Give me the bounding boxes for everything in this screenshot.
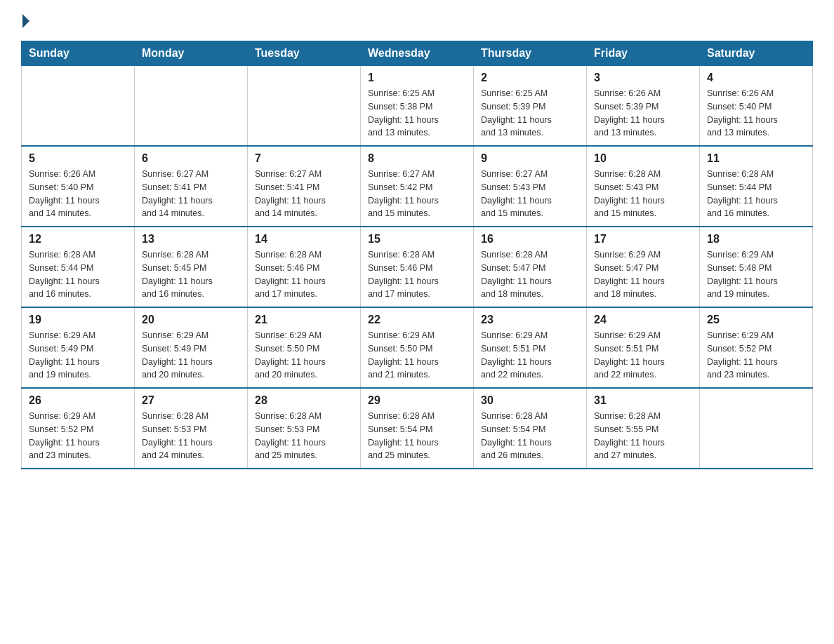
- calendar-cell: 14Sunrise: 6:28 AMSunset: 5:46 PMDayligh…: [248, 227, 361, 307]
- calendar-cell: 18Sunrise: 6:29 AMSunset: 5:48 PMDayligh…: [700, 227, 813, 307]
- day-number: 27: [142, 394, 240, 407]
- header-sunday: Sunday: [22, 41, 135, 66]
- calendar-cell: 19Sunrise: 6:29 AMSunset: 5:49 PMDayligh…: [22, 307, 135, 388]
- day-number: 25: [707, 314, 805, 326]
- calendar-week-row: 1Sunrise: 6:25 AMSunset: 5:38 PMDaylight…: [22, 66, 813, 147]
- header-wednesday: Wednesday: [361, 41, 474, 66]
- day-number: 4: [707, 72, 805, 84]
- day-info: Sunrise: 6:26 AMSunset: 5:39 PMDaylight:…: [594, 87, 692, 140]
- day-info: Sunrise: 6:28 AMSunset: 5:53 PMDaylight:…: [142, 410, 240, 462]
- calendar-cell: 15Sunrise: 6:28 AMSunset: 5:46 PMDayligh…: [361, 227, 474, 307]
- day-info: Sunrise: 6:29 AMSunset: 5:50 PMDaylight:…: [368, 329, 466, 382]
- day-info: Sunrise: 6:29 AMSunset: 5:51 PMDaylight:…: [481, 329, 579, 382]
- calendar-cell: 13Sunrise: 6:28 AMSunset: 5:45 PMDayligh…: [135, 227, 248, 307]
- day-number: 29: [368, 394, 466, 407]
- day-number: 13: [142, 233, 240, 246]
- day-info: Sunrise: 6:25 AMSunset: 5:39 PMDaylight:…: [481, 87, 579, 140]
- calendar-cell: 22Sunrise: 6:29 AMSunset: 5:50 PMDayligh…: [361, 307, 474, 388]
- calendar-cell: 26Sunrise: 6:29 AMSunset: 5:52 PMDayligh…: [22, 388, 135, 469]
- day-info: Sunrise: 6:25 AMSunset: 5:38 PMDaylight:…: [368, 87, 466, 140]
- calendar-week-row: 26Sunrise: 6:29 AMSunset: 5:52 PMDayligh…: [22, 388, 813, 469]
- day-number: 21: [255, 314, 353, 326]
- calendar-header-row: Sunday Monday Tuesday Wednesday Thursday…: [22, 41, 813, 66]
- day-number: 2: [481, 72, 579, 84]
- calendar-cell: 4Sunrise: 6:26 AMSunset: 5:40 PMDaylight…: [700, 66, 813, 147]
- day-number: 14: [255, 233, 353, 246]
- calendar-table: Sunday Monday Tuesday Wednesday Thursday…: [21, 41, 813, 469]
- header-monday: Monday: [135, 41, 248, 66]
- day-number: 5: [29, 152, 127, 165]
- day-info: Sunrise: 6:28 AMSunset: 5:44 PMDaylight:…: [29, 248, 127, 301]
- calendar-week-row: 5Sunrise: 6:26 AMSunset: 5:40 PMDaylight…: [22, 146, 813, 227]
- day-number: 16: [481, 233, 579, 246]
- day-number: 28: [255, 394, 353, 407]
- calendar-cell: 16Sunrise: 6:28 AMSunset: 5:47 PMDayligh…: [474, 227, 587, 307]
- day-number: 12: [29, 233, 127, 246]
- calendar-cell: 8Sunrise: 6:27 AMSunset: 5:42 PMDaylight…: [361, 146, 474, 227]
- calendar-cell: [22, 66, 135, 147]
- day-info: Sunrise: 6:29 AMSunset: 5:51 PMDaylight:…: [594, 329, 692, 382]
- day-info: Sunrise: 6:28 AMSunset: 5:47 PMDaylight:…: [481, 248, 579, 301]
- day-number: 22: [368, 314, 466, 326]
- logo: [21, 14, 31, 28]
- day-info: Sunrise: 6:28 AMSunset: 5:54 PMDaylight:…: [368, 410, 466, 462]
- calendar-cell: [700, 388, 813, 469]
- calendar-cell: 1Sunrise: 6:25 AMSunset: 5:38 PMDaylight…: [361, 66, 474, 147]
- header-thursday: Thursday: [474, 41, 587, 66]
- day-info: Sunrise: 6:28 AMSunset: 5:43 PMDaylight:…: [594, 168, 692, 220]
- day-info: Sunrise: 6:27 AMSunset: 5:42 PMDaylight:…: [368, 168, 466, 220]
- day-info: Sunrise: 6:29 AMSunset: 5:48 PMDaylight:…: [707, 248, 805, 301]
- day-number: 23: [481, 314, 579, 326]
- calendar-cell: 3Sunrise: 6:26 AMSunset: 5:39 PMDaylight…: [587, 66, 700, 147]
- day-number: 26: [29, 394, 127, 407]
- day-info: Sunrise: 6:28 AMSunset: 5:45 PMDaylight:…: [142, 248, 240, 301]
- calendar-cell: 21Sunrise: 6:29 AMSunset: 5:50 PMDayligh…: [248, 307, 361, 388]
- calendar-cell: [248, 66, 361, 147]
- day-number: 17: [594, 233, 692, 246]
- header-friday: Friday: [587, 41, 700, 66]
- day-info: Sunrise: 6:29 AMSunset: 5:52 PMDaylight:…: [707, 329, 805, 382]
- calendar-cell: 24Sunrise: 6:29 AMSunset: 5:51 PMDayligh…: [587, 307, 700, 388]
- logo-arrow-icon: [22, 14, 29, 28]
- header-tuesday: Tuesday: [248, 41, 361, 66]
- day-info: Sunrise: 6:26 AMSunset: 5:40 PMDaylight:…: [29, 168, 127, 220]
- day-info: Sunrise: 6:28 AMSunset: 5:44 PMDaylight:…: [707, 168, 805, 220]
- calendar-cell: 25Sunrise: 6:29 AMSunset: 5:52 PMDayligh…: [700, 307, 813, 388]
- day-info: Sunrise: 6:27 AMSunset: 5:41 PMDaylight:…: [255, 168, 353, 220]
- day-number: 8: [368, 152, 466, 165]
- day-info: Sunrise: 6:29 AMSunset: 5:47 PMDaylight:…: [594, 248, 692, 301]
- calendar-cell: 12Sunrise: 6:28 AMSunset: 5:44 PMDayligh…: [22, 227, 135, 307]
- calendar-cell: 9Sunrise: 6:27 AMSunset: 5:43 PMDaylight…: [474, 146, 587, 227]
- calendar-cell: 28Sunrise: 6:28 AMSunset: 5:53 PMDayligh…: [248, 388, 361, 469]
- day-info: Sunrise: 6:28 AMSunset: 5:46 PMDaylight:…: [255, 248, 353, 301]
- calendar-cell: 2Sunrise: 6:25 AMSunset: 5:39 PMDaylight…: [474, 66, 587, 147]
- day-number: 31: [594, 394, 692, 407]
- day-number: 9: [481, 152, 579, 165]
- calendar-week-row: 12Sunrise: 6:28 AMSunset: 5:44 PMDayligh…: [22, 227, 813, 307]
- day-info: Sunrise: 6:29 AMSunset: 5:52 PMDaylight:…: [29, 410, 127, 462]
- day-info: Sunrise: 6:29 AMSunset: 5:50 PMDaylight:…: [255, 329, 353, 382]
- day-info: Sunrise: 6:28 AMSunset: 5:55 PMDaylight:…: [594, 410, 692, 462]
- calendar-body: 1Sunrise: 6:25 AMSunset: 5:38 PMDaylight…: [22, 66, 813, 469]
- calendar-cell: 10Sunrise: 6:28 AMSunset: 5:43 PMDayligh…: [587, 146, 700, 227]
- day-number: 3: [594, 72, 692, 84]
- calendar-cell: 11Sunrise: 6:28 AMSunset: 5:44 PMDayligh…: [700, 146, 813, 227]
- day-info: Sunrise: 6:28 AMSunset: 5:53 PMDaylight:…: [255, 410, 353, 462]
- day-number: 20: [142, 314, 240, 326]
- day-info: Sunrise: 6:27 AMSunset: 5:41 PMDaylight:…: [142, 168, 240, 220]
- calendar-cell: 5Sunrise: 6:26 AMSunset: 5:40 PMDaylight…: [22, 146, 135, 227]
- day-number: 6: [142, 152, 240, 165]
- day-number: 10: [594, 152, 692, 165]
- header-saturday: Saturday: [700, 41, 813, 66]
- day-number: 1: [368, 72, 466, 84]
- day-number: 15: [368, 233, 466, 246]
- calendar-cell: 29Sunrise: 6:28 AMSunset: 5:54 PMDayligh…: [361, 388, 474, 469]
- calendar-cell: 31Sunrise: 6:28 AMSunset: 5:55 PMDayligh…: [587, 388, 700, 469]
- day-info: Sunrise: 6:26 AMSunset: 5:40 PMDaylight:…: [707, 87, 805, 140]
- day-number: 7: [255, 152, 353, 165]
- day-info: Sunrise: 6:28 AMSunset: 5:54 PMDaylight:…: [481, 410, 579, 462]
- day-info: Sunrise: 6:29 AMSunset: 5:49 PMDaylight:…: [29, 329, 127, 382]
- day-number: 30: [481, 394, 579, 407]
- calendar-week-row: 19Sunrise: 6:29 AMSunset: 5:49 PMDayligh…: [22, 307, 813, 388]
- calendar-cell: 6Sunrise: 6:27 AMSunset: 5:41 PMDaylight…: [135, 146, 248, 227]
